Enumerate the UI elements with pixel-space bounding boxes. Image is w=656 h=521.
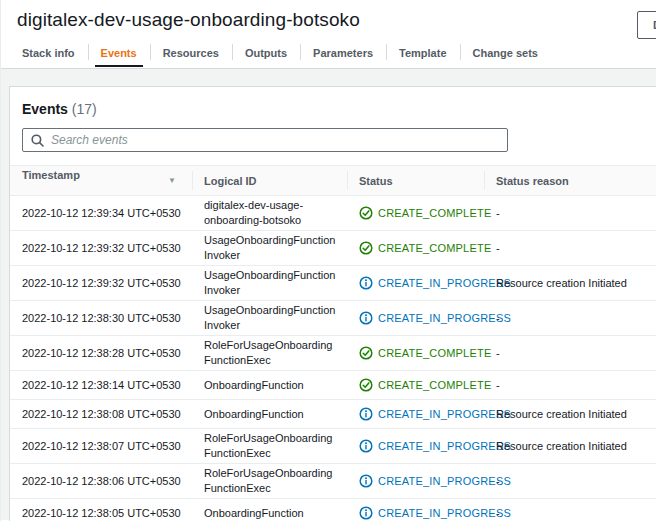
stack-page-header: digitalex-dev-usage-onboarding-botsoko D… [1, 0, 656, 38]
in-progress-icon [359, 439, 373, 453]
events-panel-header: Events (17) [10, 87, 656, 165]
sort-descending-icon[interactable]: ▼ [168, 169, 176, 193]
event-timestamp: 2022-10-12 12:38:08 UTC+0530 [10, 400, 192, 429]
column-header-logical-id: Logical ID [192, 166, 347, 196]
event-status: CREATE_IN_PROGRESS [347, 429, 484, 464]
tab-resources[interactable]: Resources [150, 38, 232, 68]
success-icon [359, 378, 373, 392]
event-timestamp: 2022-10-12 12:38:05 UTC+0530 [10, 499, 192, 521]
events-table: Timestamp ▼ Logical ID Status Status rea… [10, 165, 656, 521]
tab-outputs[interactable]: Outputs [232, 38, 300, 68]
event-status-reason: Resource creation Initiated [484, 400, 656, 429]
content-area: Events (17) Timestamp ▼ Logical I [1, 69, 656, 520]
event-status-label: CREATE_IN_PROGRESS [378, 507, 511, 519]
event-logical-id: digitalex-dev-usage-onboarding-botsoko [192, 196, 347, 231]
in-progress-icon [359, 407, 373, 421]
event-logical-id: OnboardingFunction [192, 499, 347, 521]
event-logical-id: RoleForUsageOnboardingFunctionExec [192, 464, 347, 499]
event-status-label: CREATE_IN_PROGRESS [378, 440, 511, 452]
search-box[interactable] [22, 128, 508, 152]
event-status: CREATE_IN_PROGRESS [347, 400, 484, 429]
event-status-label: CREATE_COMPLETE [378, 379, 491, 391]
column-header-status: Status [347, 166, 484, 196]
event-status: CREATE_IN_PROGRESS [347, 499, 484, 521]
event-timestamp: 2022-10-12 12:38:30 UTC+0530 [10, 301, 192, 336]
event-timestamp: 2022-10-12 12:38:14 UTC+0530 [10, 371, 192, 400]
in-progress-icon [359, 276, 373, 290]
event-logical-id: RoleForUsageOnboardingFunctionExec [192, 336, 347, 371]
event-status: CREATE_COMPLETE [347, 371, 484, 400]
stack-tabs: Stack infoEventsResourcesOutputsParamete… [1, 38, 656, 69]
event-timestamp: 2022-10-12 12:38:06 UTC+0530 [10, 464, 192, 499]
event-row: 2022-10-12 12:39:32 UTC+0530UsageOnboard… [10, 266, 656, 301]
event-status-label: CREATE_IN_PROGRESS [378, 408, 511, 420]
delete-button[interactable]: Delete [637, 11, 656, 39]
event-status: CREATE_IN_PROGRESS [347, 464, 484, 499]
event-row: 2022-10-12 12:39:32 UTC+0530UsageOnboard… [10, 231, 656, 266]
event-status-label: CREATE_IN_PROGRESS [378, 312, 511, 324]
in-progress-icon [359, 506, 373, 520]
event-status: CREATE_COMPLETE [347, 196, 484, 231]
event-status-reason: Resource creation Initiated [484, 266, 656, 301]
event-status: CREATE_COMPLETE [347, 231, 484, 266]
tab-events[interactable]: Events [88, 38, 150, 68]
page-title: digitalex-dev-usage-onboarding-botsoko [17, 9, 640, 31]
events-heading-label: Events [22, 101, 68, 117]
event-status: CREATE_IN_PROGRESS [347, 301, 484, 336]
events-heading: Events (17) [22, 101, 642, 117]
event-status-label: CREATE_IN_PROGRESS [378, 475, 511, 487]
event-row: 2022-10-12 12:38:07 UTC+0530RoleForUsage… [10, 429, 656, 464]
events-count: (17) [72, 101, 97, 117]
event-row: 2022-10-12 12:38:28 UTC+0530RoleForUsage… [10, 336, 656, 371]
event-status-label: CREATE_COMPLETE [378, 347, 491, 359]
event-logical-id: OnboardingFunction [192, 371, 347, 400]
search-input[interactable] [51, 133, 499, 147]
events-table-header-row: Timestamp ▼ Logical ID Status Status rea… [10, 166, 656, 196]
event-status-reason: - [484, 371, 656, 400]
event-row: 2022-10-12 12:38:05 UTC+0530OnboardingFu… [10, 499, 656, 521]
event-logical-id: UsageOnboardingFunctionInvoker [192, 301, 347, 336]
event-status-reason: - [484, 196, 656, 231]
success-icon [359, 206, 373, 220]
tab-parameters[interactable]: Parameters [300, 38, 386, 68]
event-row: 2022-10-12 12:38:08 UTC+0530OnboardingFu… [10, 400, 656, 429]
event-status-label: CREATE_COMPLETE [378, 207, 491, 219]
event-logical-id: OnboardingFunction [192, 400, 347, 429]
column-header-timestamp[interactable]: Timestamp ▼ [10, 166, 192, 196]
event-timestamp: 2022-10-12 12:38:28 UTC+0530 [10, 336, 192, 371]
event-timestamp: 2022-10-12 12:39:32 UTC+0530 [10, 231, 192, 266]
event-row: 2022-10-12 12:38:06 UTC+0530RoleForUsage… [10, 464, 656, 499]
event-status-reason: - [484, 336, 656, 371]
event-row: 2022-10-12 12:38:14 UTC+0530OnboardingFu… [10, 371, 656, 400]
event-logical-id: UsageOnboardingFunctionInvoker [192, 266, 347, 301]
in-progress-icon [359, 311, 373, 325]
event-row: 2022-10-12 12:39:34 UTC+0530digitalex-de… [10, 196, 656, 231]
search-icon [31, 134, 44, 147]
event-logical-id: UsageOnboardingFunctionInvoker [192, 231, 347, 266]
event-status-reason: Resource creation Initiated [484, 429, 656, 464]
event-status: CREATE_IN_PROGRESS [347, 266, 484, 301]
event-row: 2022-10-12 12:38:30 UTC+0530UsageOnboard… [10, 301, 656, 336]
events-panel: Events (17) Timestamp ▼ Logical I [9, 86, 656, 521]
event-status-label: CREATE_IN_PROGRESS [378, 277, 511, 289]
event-timestamp: 2022-10-12 12:39:34 UTC+0530 [10, 196, 192, 231]
event-timestamp: 2022-10-12 12:39:32 UTC+0530 [10, 266, 192, 301]
event-status: CREATE_COMPLETE [347, 336, 484, 371]
tab-stack-info[interactable]: Stack info [9, 38, 88, 68]
event-status-label: CREATE_COMPLETE [378, 242, 491, 254]
event-status-reason: - [484, 231, 656, 266]
success-icon [359, 346, 373, 360]
tab-change-sets[interactable]: Change sets [460, 38, 551, 68]
tab-template[interactable]: Template [386, 38, 459, 68]
column-header-status-reason: Status reason [484, 166, 656, 196]
event-logical-id: RoleForUsageOnboardingFunctionExec [192, 429, 347, 464]
in-progress-icon [359, 474, 373, 488]
success-icon [359, 241, 373, 255]
event-timestamp: 2022-10-12 12:38:07 UTC+0530 [10, 429, 192, 464]
